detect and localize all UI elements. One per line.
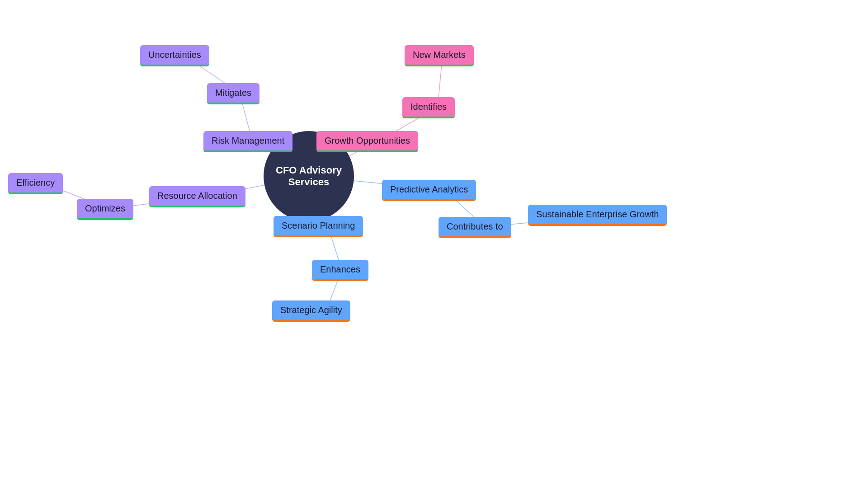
label-predictive: Predictive Analytics [390,184,468,194]
label-efficiency: Efficiency [16,178,55,188]
label-optimizes: Optimizes [85,203,125,213]
label-new-markets: New Markets [413,50,466,60]
center-label: CFO Advisory Services [264,164,354,188]
node-enhances[interactable]: Enhances [312,260,368,281]
label-sust-growth: Sustainable Enterprise Growth [536,209,659,219]
label-resource-alloc: Resource Allocation [157,191,237,201]
label-contributes-to: Contributes to [447,221,503,231]
node-new-markets[interactable]: New Markets [405,45,474,66]
node-resource-alloc[interactable]: Resource Allocation [149,186,245,207]
label-growth-opp: Growth Opportunities [325,136,410,145]
label-risk-mgmt: Risk Management [212,136,284,145]
node-risk-mgmt[interactable]: Risk Management [203,131,292,152]
node-efficiency[interactable]: Efficiency [8,173,63,194]
node-contributes-to[interactable]: Contributes to [439,217,511,238]
node-growth-opp[interactable]: Growth Opportunities [316,131,418,152]
node-scenario[interactable]: Scenario Planning [274,216,363,237]
label-scenario: Scenario Planning [282,221,355,230]
node-sust-growth[interactable]: Sustainable Enterprise Growth [528,205,667,226]
node-strategic-agility[interactable]: Strategic Agility [272,300,350,322]
node-mitigates[interactable]: Mitigates [207,83,259,104]
node-optimizes[interactable]: Optimizes [77,199,133,220]
label-enhances: Enhances [320,264,360,274]
node-predictive[interactable]: Predictive Analytics [382,180,476,201]
label-mitigates: Mitigates [215,88,251,98]
label-identifies: Identifies [410,102,447,112]
node-uncertainties[interactable]: Uncertainties [140,45,209,66]
node-identifies[interactable]: Identifies [402,97,455,118]
label-strategic-agility: Strategic Agility [280,305,342,315]
label-uncertainties: Uncertainties [148,50,201,60]
